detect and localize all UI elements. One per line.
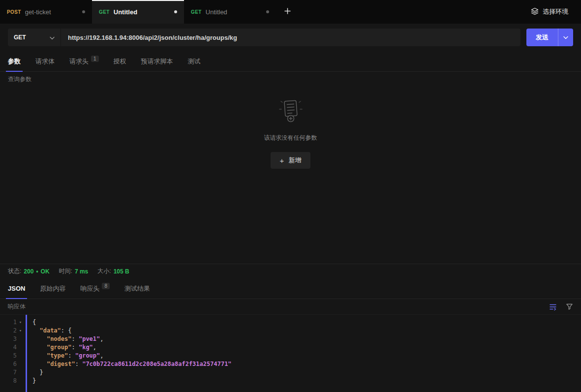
json-punctuation [32,352,47,359]
tab-method-label: POST [7,9,21,15]
code-line: "group": "kg", [32,343,581,352]
chevron-down-icon [50,33,55,42]
json-punctuation: : [68,352,75,359]
tab-method-label: GET [191,9,202,15]
gutter-line: 5 [0,352,26,360]
editor-tab-1[interactable]: GETUntitled [92,0,184,24]
unsaved-dot-icon [82,10,85,13]
gutter-line: 1▾ [0,318,26,327]
request-tab-4[interactable]: 预请求脚本 [141,51,173,71]
json-punctuation: { [32,319,36,326]
line-number: 8 [8,377,17,385]
request-tab-label: 预请求脚本 [141,57,173,66]
json-punctuation [32,327,39,334]
gutter-line: 7 [0,368,26,377]
json-punctuation: , [100,352,103,359]
request-tabs: 参数请求体请求头1授权预请求脚本测试 [0,51,581,72]
plus-icon: + [280,157,284,164]
response-tab-badge: 8 [102,283,110,289]
json-punctuation: } [32,377,36,384]
request-tab-5[interactable]: 测试 [188,51,201,71]
line-number: 1 [8,318,17,327]
code-line: "type": "group", [32,352,581,360]
code-gutter: 1▾2▾345678 [0,318,26,392]
response-body-viewer[interactable]: 1▾2▾345678 { "data": { "nodes": "pve1", … [0,315,581,392]
request-tab-1[interactable]: 请求体 [35,51,55,71]
request-tab-2[interactable]: 请求头1 [69,51,99,71]
response-tabs: JSON原始内容响应头8测试结果 [0,278,581,299]
json-key: "type" [47,352,68,359]
code-content: { "data": { "nodes": "pve1", "group": "k… [27,318,581,392]
response-body-header: 响应体 [0,299,581,315]
tab-bar-tabs: POSTget-ticketGETUntitledGETUntitled [0,0,276,24]
env-label: 选择环境 [543,7,568,16]
tab-title: Untitled [206,8,262,16]
json-punctuation: , [93,344,96,351]
request-tab-label: 授权 [114,57,126,66]
response-body-tools [549,303,573,311]
time-label: 时间: [59,267,72,275]
line-number: 3 [8,335,17,343]
wrap-text-icon[interactable] [549,303,557,311]
fold-icon[interactable]: ▾ [17,327,24,335]
method-select[interactable]: GET [8,29,61,46]
json-punctuation: , [100,335,103,342]
filter-icon[interactable] [566,303,573,310]
json-punctuation: : [71,344,78,351]
json-punctuation [32,335,47,342]
json-value: "kg" [79,344,93,351]
tab-bar-spacer [299,0,518,24]
code-line: "digest": "7c0b722ca8611d2c208e5a28a8af2… [32,360,581,368]
empty-state-text: 该请求没有任何参数 [264,134,317,142]
params-empty-state: 该请求没有任何参数 + 新增 [0,87,581,264]
fold-icon[interactable]: ▾ [17,318,24,327]
request-tab-label: 参数 [8,57,21,66]
json-value: "pve1" [79,335,100,342]
editor-tab-2[interactable]: GETUntitled [184,0,276,24]
json-punctuation: : [75,361,82,367]
unsaved-dot-icon [266,10,269,13]
line-number: 4 [8,343,17,352]
response-meta: 状态: 200 • OK 时间: 7 ms 大小: 105 B [0,264,581,278]
response-tab-3[interactable]: 测试结果 [124,278,150,299]
time-value: 7 ms [75,268,88,275]
status-text: OK [41,268,50,275]
request-tab-3[interactable]: 授权 [114,51,126,71]
response-tab-label: 测试结果 [124,284,150,293]
size-value: 105 B [114,268,129,275]
request-tab-label: 测试 [188,57,201,66]
code-line: "nodes": "pve1", [32,335,581,343]
response-tab-0[interactable]: JSON [8,278,25,299]
json-key: "nodes" [47,335,72,342]
request-tab-label: 请求头 [69,57,89,66]
status-label: 状态: [8,267,21,275]
select-environment-button[interactable]: 选择环境 [518,0,581,24]
url-input[interactable] [61,29,520,46]
json-key: "group" [47,344,72,351]
code-line: { [32,318,581,327]
json-punctuation [32,344,47,351]
request-tab-0[interactable]: 参数 [8,51,21,71]
request-tab-label: 请求体 [35,57,55,66]
request-bar: GET 发送 [0,24,581,51]
response-tab-2[interactable]: 响应头8 [80,278,110,299]
response-tab-label: 响应头 [80,284,99,293]
gutter-line: 6 [0,360,26,368]
code-line: } [32,377,581,385]
tab-method-label: GET [99,9,110,15]
send-options-button[interactable] [558,29,573,46]
json-punctuation: : [71,335,78,342]
add-param-button[interactable]: + 新增 [271,152,311,169]
send-button[interactable]: 发送 [526,29,573,46]
query-params-label: 查询参数 [0,72,581,87]
code-line: "data": { [32,327,581,335]
line-number: 5 [8,352,17,360]
json-punctuation: } [32,369,43,376]
response-tab-label: 原始内容 [40,284,65,293]
response-tab-1[interactable]: 原始内容 [40,278,65,299]
json-key: "data" [39,327,61,334]
new-tab-button[interactable] [276,0,299,24]
plus-icon [284,8,291,16]
response-body-label: 响应体 [8,302,26,311]
editor-tab-0[interactable]: POSTget-ticket [0,0,92,24]
